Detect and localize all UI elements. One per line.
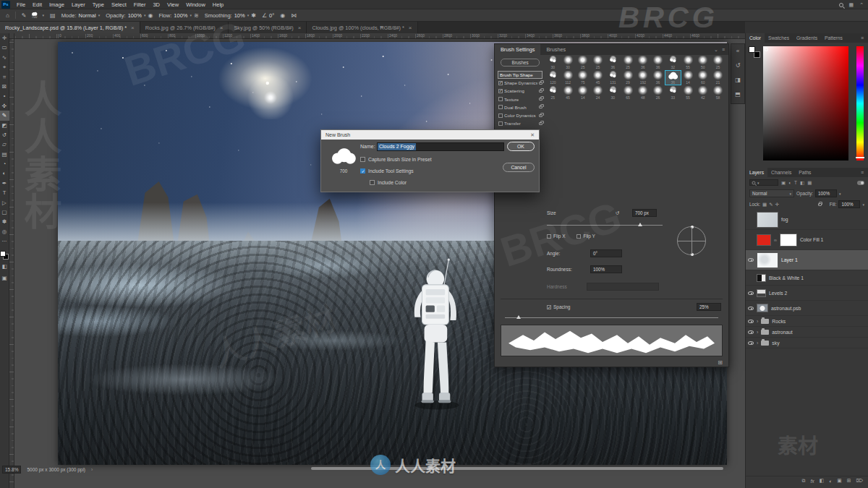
- horizontal-ruler[interactable]: 0200400600800100012001400160018002000220…: [14, 33, 868, 39]
- menu-item[interactable]: Edit: [29, 0, 46, 9]
- brush-preset[interactable]: 65: [621, 86, 636, 100]
- blend-mode-select[interactable]: Normal▾: [749, 189, 794, 197]
- blend-mode-select[interactable]: Mode: Normal ▾: [61, 12, 101, 19]
- horizontal-scrollbar[interactable]: [311, 467, 723, 470]
- lock-icon[interactable]: [539, 98, 542, 100]
- screen-mode-button[interactable]: ▣: [0, 273, 9, 283]
- brush-preset[interactable]: 29: [621, 71, 636, 85]
- cancel-button[interactable]: Cancel: [503, 163, 535, 172]
- brush-section-row[interactable]: Color Dynamics: [498, 111, 542, 119]
- size-slider[interactable]: [547, 225, 663, 226]
- layer-name[interactable]: Color Fill 1: [800, 237, 823, 242]
- search-icon[interactable]: [839, 3, 843, 7]
- history-brush-tool[interactable]: ↺: [0, 130, 9, 140]
- path-selection-tool[interactable]: ▷: [0, 198, 9, 207]
- angle-field[interactable]: 0°: [590, 249, 622, 257]
- frame-tool[interactable]: ⊠: [0, 82, 9, 91]
- color-cursor[interactable]: [765, 48, 768, 51]
- roundness-handle[interactable]: [691, 226, 694, 228]
- new-brush-icon[interactable]: ⊞: [718, 359, 723, 366]
- document-tab[interactable]: Clouds.jpg @ 100% (clouds, RGB/8#) * ×: [307, 22, 417, 33]
- brush-preset[interactable]: 55: [681, 86, 696, 100]
- layer-row[interactable]: Levels 2: [746, 286, 868, 301]
- menu-item[interactable]: Layer: [68, 0, 89, 9]
- document-tab[interactable]: Rocks.jpg @ 26.7% (RGB/8#) ×: [140, 22, 229, 33]
- brushes-button[interactable]: Brushes: [501, 59, 540, 67]
- section-checkbox[interactable]: [498, 105, 503, 109]
- brush-preset[interactable]: 112: [561, 71, 576, 85]
- lock-icon[interactable]: [539, 106, 542, 108]
- layer-name[interactable]: Layer 1: [781, 257, 798, 262]
- menu-item[interactable]: Select: [108, 0, 130, 9]
- panel-menu-icon[interactable]: ≡: [861, 168, 867, 177]
- brush-preset[interactable]: 36: [605, 56, 621, 69]
- brush-preset[interactable]: 30: [561, 56, 576, 69]
- flip-y-checkbox[interactable]: Flip Y: [576, 234, 595, 239]
- brush-preset[interactable]: 14: [681, 71, 696, 85]
- home-icon[interactable]: ⌂: [6, 12, 9, 19]
- roundness-field[interactable]: 100%: [590, 265, 622, 273]
- pen-tool[interactable]: ✒: [0, 179, 9, 188]
- chevron-right-icon[interactable]: ›: [91, 467, 93, 472]
- properties-panel-icon[interactable]: ◨: [735, 73, 741, 87]
- fill-layer-thumbnail[interactable]: [757, 234, 771, 246]
- lock-transparent-icon[interactable]: ▦: [762, 202, 767, 207]
- brush-preset[interactable]: 42: [696, 86, 711, 100]
- foreground-color-swatch[interactable]: [749, 46, 755, 53]
- brush-preset[interactable]: 36: [650, 71, 665, 85]
- brush-preset[interactable]: 25: [576, 56, 591, 69]
- pressure-size-icon[interactable]: ◉: [280, 12, 285, 19]
- brush-section-row[interactable]: Transfer: [498, 119, 542, 127]
- layer-name[interactable]: astronaut.psb: [771, 306, 801, 311]
- menu-item[interactable]: Filter: [130, 0, 150, 9]
- levels-adjustment-icon[interactable]: [757, 289, 766, 297]
- brush-preset[interactable]: 50: [696, 56, 711, 69]
- panel-collapse-icon[interactable]: ⌄: [714, 47, 718, 53]
- eye-icon[interactable]: [748, 291, 754, 295]
- layer-thumbnail[interactable]: [757, 212, 778, 228]
- layer-row[interactable]: Black & White 1: [746, 270, 868, 286]
- hue-marker[interactable]: [856, 157, 864, 158]
- hue-slider[interactable]: [856, 46, 864, 160]
- zoom-tool[interactable]: ◎: [0, 227, 9, 236]
- brush-preset[interactable]: 25: [545, 86, 561, 100]
- spacing-field[interactable]: 25%: [697, 303, 721, 311]
- lock-pixels-icon[interactable]: ✎: [769, 202, 773, 207]
- add-mask-icon[interactable]: ◧: [820, 478, 824, 484]
- type-tool[interactable]: T: [0, 188, 9, 197]
- menu-item[interactable]: View: [163, 0, 182, 9]
- menu-item[interactable]: Help: [209, 0, 227, 9]
- gradient-tool[interactable]: ▤: [0, 150, 9, 159]
- layer-row[interactable]: ∞ Color Fill 1: [746, 230, 868, 250]
- brush-preset[interactable]: 131: [605, 71, 621, 85]
- eye-icon[interactable]: [748, 320, 754, 323]
- lock-icon[interactable]: [539, 122, 542, 125]
- include-tool-settings-checkbox[interactable]: Include Tool Settings: [360, 168, 414, 174]
- airbrush-icon[interactable]: ≋: [194, 12, 199, 19]
- layer-row-selected[interactable]: Layer 1: [746, 250, 868, 270]
- lock-icon[interactable]: [539, 90, 542, 93]
- expand-icon[interactable]: ›: [757, 330, 758, 335]
- brush-preset[interactable]: 36: [636, 56, 651, 69]
- smart-object-thumbnail[interactable]: [757, 304, 768, 312]
- angle-roundness-widget[interactable]: [677, 226, 706, 255]
- filter-shape-icon[interactable]: ◧: [800, 180, 804, 186]
- dialog-title-bar[interactable]: New Brush ✕: [321, 130, 539, 140]
- brush-preset-picker[interactable]: ✎ 700 ▾: [22, 12, 44, 19]
- black-white-adjustment-icon[interactable]: [757, 274, 766, 282]
- panel-tab[interactable]: Patterns: [821, 33, 846, 43]
- eye-icon[interactable]: [748, 258, 754, 262]
- tab-overflow-icon[interactable]: »: [376, 22, 386, 33]
- eyedropper-tool[interactable]: ⬩: [0, 91, 9, 100]
- panel-menu-icon[interactable]: ≡: [722, 47, 725, 52]
- brush-preset[interactable]: 25: [590, 56, 605, 69]
- vertical-ruler[interactable]: [9, 39, 14, 488]
- eye-icon[interactable]: [748, 341, 754, 345]
- expand-icon[interactable]: ›: [757, 341, 758, 346]
- foreground-background-swatches[interactable]: [0, 251, 9, 260]
- layer-group-row[interactable]: › astronaut: [746, 327, 868, 338]
- tab-close-icon[interactable]: ×: [220, 25, 224, 31]
- layer-name[interactable]: Black & White 1: [769, 275, 804, 281]
- layer-row[interactable]: astronaut.psb: [746, 301, 868, 316]
- filter-type-icon[interactable]: T: [794, 180, 797, 185]
